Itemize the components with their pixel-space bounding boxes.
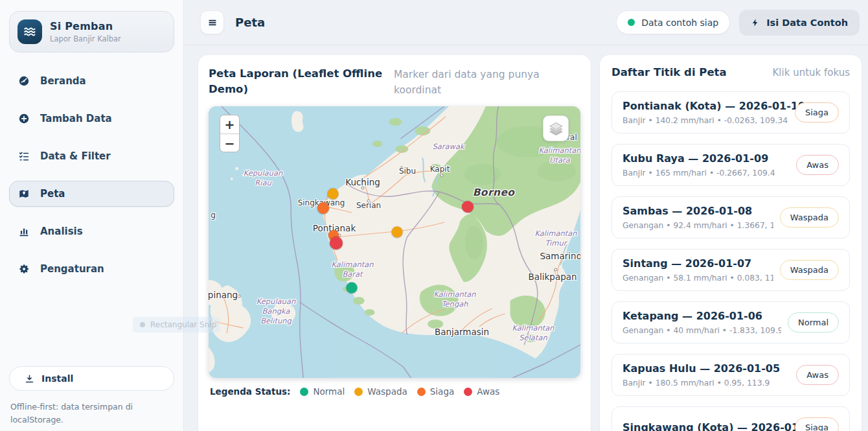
city-dot-icon xyxy=(545,253,548,257)
map-panel-subtitle: Marker dari data yang punya koordinat xyxy=(394,66,557,98)
map-marker-awas[interactable] xyxy=(462,201,474,213)
point-title: Ketapang — 2026-01-06 xyxy=(622,310,781,322)
bar-chart-icon xyxy=(17,225,30,238)
map-panel-head: Peta Laporan (Leaflet Offline Demo) Mark… xyxy=(209,66,580,98)
status-badge: Awas xyxy=(796,155,839,175)
hamburger-icon xyxy=(207,17,218,28)
status-dot-icon xyxy=(628,19,635,26)
sidebar-item-peta[interactable]: Peta xyxy=(9,181,174,207)
point-title: Kubu Raya — 2026-01-09 xyxy=(622,152,775,165)
sidebar-item-label: Pengaturan xyxy=(40,263,104,275)
legend-label: Siaga xyxy=(430,386,454,397)
legend-title: Legenda Status: xyxy=(210,386,290,397)
lightning-bolt-icon xyxy=(751,18,760,27)
sidebar-item-label: Beranda xyxy=(40,75,86,87)
point-meta: Genangan • 92.4 mm/hari • 1.3667, 109.3 xyxy=(622,221,773,230)
legend-item-awas: Awas xyxy=(464,386,499,397)
checklist-icon xyxy=(17,150,30,163)
sidebar-nav: BerandaTambah DataData & FilterPetaAnali… xyxy=(0,68,183,282)
status-badge: Data contoh siap xyxy=(616,10,730,34)
points-list-panel: Daftar Titik di Peta Klik untuk fokus Po… xyxy=(600,55,862,431)
legend-label: Normal xyxy=(313,386,345,397)
hamburger-menu-button[interactable] xyxy=(200,10,224,34)
map-marker-siaga[interactable] xyxy=(317,202,329,214)
sidebar-item-label: Peta xyxy=(40,188,65,200)
list-item-text: Kubu Raya — 2026-01-09Banjir • 165 mm/ha… xyxy=(622,152,775,178)
offline-note: Offline-first: data tersimpan di localSt… xyxy=(10,401,173,426)
list-item[interactable]: Pontianak (Kota) — 2026-01-10Banjir • 14… xyxy=(611,91,850,134)
plus-circle-icon xyxy=(17,112,30,125)
point-meta: Genangan • 58.1 mm/hari • 0.083, 111.5 xyxy=(622,274,773,283)
map-legend: Legenda Status: NormalWaspadaSiagaAwas xyxy=(209,386,580,397)
zoom-out-button[interactable]: − xyxy=(220,134,239,152)
city-dot-icon xyxy=(554,268,558,272)
sidebar-item-data-filter[interactable]: Data & Filter xyxy=(9,143,174,169)
fill-sample-data-button[interactable]: Isi Data Contoh xyxy=(739,10,860,36)
map-marker-waspada[interactable] xyxy=(328,189,339,200)
list-item[interactable]: Singkawang (Kota) — 2026-01-04Siaga xyxy=(611,406,850,431)
point-title: Sintang — 2026-01-07 xyxy=(622,257,773,270)
list-item-text: Singkawang (Kota) — 2026-01-04 xyxy=(622,421,788,431)
points-list-title: Daftar Titik di Peta xyxy=(611,66,727,78)
map-marker-normal[interactable] xyxy=(347,283,358,294)
point-title: Pontianak (Kota) — 2026-01-10 xyxy=(622,100,788,112)
sidebar-item-beranda[interactable]: Beranda xyxy=(9,68,174,94)
points-list-head: Daftar Titik di Peta Klik untuk fokus xyxy=(611,66,850,78)
status-badge-label: Data contoh siap xyxy=(641,17,718,28)
list-item[interactable]: Sintang — 2026-01-07Genangan • 58.1 mm/h… xyxy=(611,249,850,291)
page-title: Peta xyxy=(235,16,265,29)
content: Peta Laporan (Leaflet Offline Demo) Mark… xyxy=(184,45,868,431)
list-item-text: Ketapang — 2026-01-06Genangan • 40 mm/ha… xyxy=(622,310,781,335)
legend-dot-icon xyxy=(300,388,308,396)
city-dot-icon xyxy=(400,167,404,170)
legend-item-waspada: Waspada xyxy=(354,386,407,397)
point-meta: Banjir • 165 mm/hari • -0.2667, 109.4 xyxy=(622,169,775,178)
sidebar-item-label: Tambah Data xyxy=(40,113,112,124)
status-badge: Siaga xyxy=(795,417,839,431)
install-button[interactable]: Install xyxy=(9,366,174,391)
legend-dot-icon xyxy=(417,388,426,396)
topbar: Peta Data contoh siap Isi Data Contoh xyxy=(184,0,868,45)
sidebar: Si Pemban Lapor Banjir Kalbar BerandaTam… xyxy=(0,0,184,431)
points-list-hint: Klik untuk fokus xyxy=(773,67,851,78)
gear-icon xyxy=(17,262,30,275)
list-item-text: Pontianak (Kota) — 2026-01-10Banjir • 14… xyxy=(622,100,788,125)
sidebar-item-label: Analisis xyxy=(40,226,83,237)
map-panel: Peta Laporan (Leaflet Offline Demo) Mark… xyxy=(198,55,591,431)
sidebar-item-label: Data & Filter xyxy=(40,150,111,162)
map-marker-awas[interactable] xyxy=(330,237,343,250)
point-title: Sambas — 2026-01-08 xyxy=(622,205,773,217)
point-meta: Banjir • 180.5 mm/hari • 0.95, 113.9 xyxy=(622,379,780,388)
point-title: Kapuas Hulu — 2026-01-05 xyxy=(622,362,780,375)
list-item-text: Sintang — 2026-01-07Genangan • 58.1 mm/h… xyxy=(622,257,773,283)
point-meta: Genangan • 40 mm/hari • -1.833, 109.983 xyxy=(622,326,781,335)
list-item[interactable]: Kapuas Hulu — 2026-01-05Banjir • 180.5 m… xyxy=(611,354,850,396)
list-item[interactable]: Ketapang — 2026-01-06Genangan • 40 mm/ha… xyxy=(611,301,850,344)
status-badge: Normal xyxy=(788,312,839,332)
zoom-in-button[interactable]: + xyxy=(220,115,239,134)
sidebar-bottom: Install Offline-first: data tersimpan di… xyxy=(0,366,183,431)
action-button-label: Isi Data Contoh xyxy=(766,17,848,28)
legend-dot-icon xyxy=(354,388,363,396)
city-dot-icon xyxy=(485,330,488,333)
map-icon xyxy=(17,187,30,200)
city-dot-icon xyxy=(238,295,241,298)
sidebar-item-pengaturan[interactable]: Pengaturan xyxy=(9,256,174,282)
layers-icon xyxy=(548,121,564,137)
app-tagline: Lapor Banjir Kalbar xyxy=(50,34,121,43)
map-zoom-control: + − xyxy=(220,115,240,152)
list-item-text: Kapuas Hulu — 2026-01-05Banjir • 180.5 m… xyxy=(622,362,780,388)
leaflet-map[interactable]: + − Kepulauan RiauSarawakSibu xyxy=(209,106,580,378)
legend-dot-icon xyxy=(464,388,472,396)
city-dot-icon xyxy=(367,200,371,203)
point-title: Singkawang (Kota) — 2026-01-04 xyxy=(622,421,788,431)
map-marker-waspada[interactable] xyxy=(392,227,403,238)
city-dot-icon xyxy=(361,187,365,190)
sidebar-item-analisis[interactable]: Analisis xyxy=(9,218,174,244)
brand-card[interactable]: Si Pemban Lapor Banjir Kalbar xyxy=(9,11,174,52)
map-layers-control[interactable] xyxy=(543,115,569,141)
list-item[interactable]: Kubu Raya — 2026-01-09Banjir • 165 mm/ha… xyxy=(611,144,850,186)
list-item[interactable]: Sambas — 2026-01-08Genangan • 92.4 mm/ha… xyxy=(611,196,850,239)
sidebar-item-tambah-data[interactable]: Tambah Data xyxy=(9,106,174,132)
waves-logo-icon xyxy=(17,19,42,44)
